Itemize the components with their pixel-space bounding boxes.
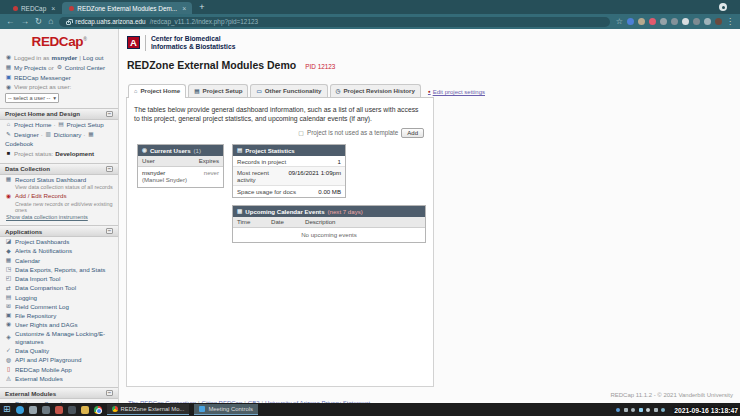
tray-icon[interactable] xyxy=(639,408,643,412)
tab-project-setup[interactable]: ▤ Project Setup xyxy=(188,84,248,97)
back-icon[interactable]: ← xyxy=(6,17,15,26)
api-icon: ◍ xyxy=(5,357,12,364)
sidebar-item-api[interactable]: ◍API and API Playground xyxy=(0,355,118,364)
tab-project-home[interactable]: ⌂ Project Home xyxy=(128,84,186,98)
sidebar-item-logging[interactable]: ▤Logging xyxy=(0,293,118,302)
org-header: A Center for Biomedical Informatics & Bi… xyxy=(127,35,434,51)
notifications-bell-icon[interactable] xyxy=(704,18,711,25)
collapse-icon[interactable]: − xyxy=(106,166,113,172)
sidebar-item-data-comparison[interactable]: ⇄Data Comparison Tool xyxy=(0,283,118,292)
browser-tab-redcap[interactable]: REDCap × xyxy=(6,2,62,14)
sidebar-item-field-comment-log[interactable]: ✉Field Comment Log xyxy=(0,302,118,311)
taskbar-app-icon[interactable] xyxy=(68,406,76,414)
profile-avatar[interactable] xyxy=(715,18,722,25)
sidebar-item-user-rights-dags[interactable]: ◉User Rights and DAGs xyxy=(0,320,118,329)
sidebar-item-data-import[interactable]: ◰Data Import Tool xyxy=(0,274,118,283)
browser-menu-icon[interactable]: ⋮ xyxy=(726,17,734,26)
section-project-home-design: Project Home and Design − xyxy=(0,108,118,120)
extension-icon[interactable] xyxy=(649,18,656,25)
sidebar-item-project-home[interactable]: Project Home xyxy=(14,121,51,129)
folder-icon: ▣ xyxy=(5,312,12,319)
taskbar-app-icon[interactable] xyxy=(29,406,37,414)
extension-icon[interactable] xyxy=(693,18,700,25)
compare-icon: ⇄ xyxy=(5,285,12,292)
home-icon: ⌂ xyxy=(134,88,137,94)
extension-icon[interactable] xyxy=(660,18,667,25)
tab-revision-history[interactable]: ◷ Project Revision History xyxy=(330,84,421,97)
gear-icon: ⚙ xyxy=(56,64,63,71)
browser-tab-active[interactable]: REDZone External Modules Dem... × xyxy=(62,2,192,14)
forward-icon[interactable]: → xyxy=(21,17,30,26)
sidebar-item-alerts[interactable]: ◆Alerts & Notifications xyxy=(0,247,118,256)
logout-link[interactable]: Log out xyxy=(83,54,104,62)
design-row-1: ⌂ Project Home · ▤ Project Setup xyxy=(0,120,118,130)
intro-text: The tables below provide general dashboa… xyxy=(134,105,426,124)
sidebar-item-locking-esignatures[interactable]: ◈Customize & Manage Locking/E-signatures xyxy=(0,330,118,347)
url-path: /redcap_v11.1.2/index.php?pid=12123 xyxy=(150,18,258,25)
project-id: PID 12123 xyxy=(305,63,335,70)
messenger-link[interactable]: REDCap Messenger xyxy=(14,74,71,82)
close-tab-icon[interactable]: × xyxy=(51,5,55,12)
collapse-icon[interactable]: − xyxy=(106,228,113,234)
extension-icon[interactable] xyxy=(671,18,678,25)
extension-icon[interactable] xyxy=(682,18,689,25)
calendar-events-table: ▦ Upcoming Calendar Events (next 7 days)… xyxy=(232,205,426,243)
screen: REDCap × REDZone External Modules Dem...… xyxy=(0,0,740,416)
tray-icon[interactable] xyxy=(661,408,665,412)
my-projects-link[interactable]: My Projects xyxy=(14,64,46,72)
add-button[interactable]: Add xyxy=(401,128,424,138)
user-link[interactable]: msnyder xyxy=(142,169,165,176)
project-status-row: ■ Project status: Development xyxy=(0,149,118,159)
sidebar-item-project-dashboards[interactable]: ◪Project Dashboards xyxy=(0,237,118,246)
close-tab-icon[interactable]: × xyxy=(182,5,186,12)
control-center-link[interactable]: Control Center xyxy=(65,64,105,72)
taskbar-app-icon[interactable] xyxy=(55,406,63,414)
sidebar-item-record-status-dashboard[interactable]: ▦ Record Status Dashboard xyxy=(0,175,118,184)
taskbar-window-meeting-controls[interactable]: Meeting Controls xyxy=(194,404,258,415)
new-tab-button[interactable]: + xyxy=(199,2,204,12)
user-select-dropdown[interactable]: -- select a user -- ▾ xyxy=(5,93,59,103)
sidebar-item-mobile-app[interactable]: ▯REDCap Mobile App xyxy=(0,365,118,374)
current-users-header: ◉ Current Users (1) xyxy=(138,145,223,156)
sidebar-item-data-exports[interactable]: ◳Data Exports, Reports, and Stats xyxy=(0,265,118,274)
address-bar[interactable]: redcap.uahs.arizona.edu/redcap_v11.1.2/i… xyxy=(59,17,610,27)
start-menu-icon[interactable]: ⊞ xyxy=(3,405,11,414)
url-domain: redcap.uahs.arizona.edu xyxy=(75,18,145,25)
sidebar-item-data-quality[interactable]: ✓Data Quality xyxy=(0,346,118,355)
reload-icon[interactable]: ↻ xyxy=(35,17,42,26)
collapse-icon[interactable]: − xyxy=(106,390,113,396)
user-fullname: (Manuel Snyder) xyxy=(142,176,187,183)
show-instruments-link[interactable]: Show data collection instruments xyxy=(0,214,118,221)
tray-icon[interactable] xyxy=(646,408,650,412)
tray-icon[interactable] xyxy=(631,408,635,412)
messenger-row: ▣ REDCap Messenger xyxy=(0,73,118,83)
sidebar-item-codebook[interactable]: Codebook xyxy=(5,140,33,148)
chrome-icon[interactable] xyxy=(94,406,102,414)
sidebar-item-dictionary[interactable]: Dictionary xyxy=(54,131,82,139)
folder-icon: ▭ xyxy=(256,88,261,94)
tab-other-functionality[interactable]: ▭ Other Functionality xyxy=(250,84,327,97)
edit-project-settings-link[interactable]: ● Edit project settings xyxy=(428,89,485,97)
tray-icon[interactable] xyxy=(654,408,658,412)
collapse-icon[interactable]: − xyxy=(106,111,113,117)
taskbar-window-browser[interactable]: REDZone External Mo... xyxy=(107,404,190,415)
redcap-favicon xyxy=(69,6,74,11)
bookmark-star-icon[interactable]: ☆ xyxy=(616,17,623,26)
dashboard-icon: ▦ xyxy=(5,176,12,183)
taskbar-app-icon[interactable] xyxy=(16,406,24,414)
extension-icon[interactable] xyxy=(638,18,645,25)
sidebar-item-add-edit-records[interactable]: ◉ Add / Edit Records xyxy=(0,192,118,201)
sidebar-item-project-setup[interactable]: Project Setup xyxy=(67,121,104,129)
sidebar-item-designer[interactable]: Designer xyxy=(14,131,39,139)
sidebar-item-file-repository[interactable]: ▣File Repository xyxy=(0,311,118,320)
home-icon[interactable]: ⌂ xyxy=(48,17,53,26)
meeting-icon xyxy=(199,406,205,412)
tab-search-icon[interactable] xyxy=(719,3,727,11)
taskbar-app-icon[interactable] xyxy=(42,406,50,414)
file-explorer-icon[interactable] xyxy=(81,406,89,414)
tray-icon[interactable] xyxy=(624,408,628,412)
sidebar-item-calendar[interactable]: ▦Calendar xyxy=(0,256,118,265)
sidebar-item-external-modules[interactable]: ◬External Modules xyxy=(0,374,118,383)
extension-icon[interactable] xyxy=(627,18,634,25)
tray-icon[interactable] xyxy=(616,408,620,412)
